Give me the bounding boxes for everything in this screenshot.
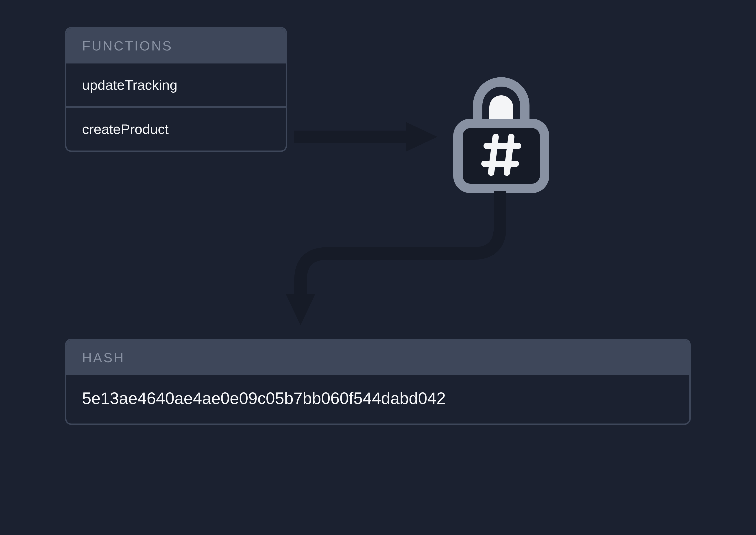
svg-line-5	[491, 137, 496, 173]
diagram-canvas: FUNCTIONS updateTracking createProduct	[0, 0, 756, 535]
hash-panel-header: HASH	[67, 340, 689, 375]
hash-value: 5e13ae4640ae4ae0e09c05b7bb060f544dabd042	[67, 375, 689, 424]
function-name: updateTracking	[82, 77, 177, 93]
function-name: createProduct	[82, 121, 169, 137]
function-row: createProduct	[67, 108, 286, 151]
function-row: updateTracking	[67, 64, 286, 108]
functions-panel-header: FUNCTIONS	[67, 28, 286, 64]
hash-panel: HASH 5e13ae4640ae4ae0e09c05b7bb060f544da…	[65, 339, 691, 425]
arrow-functions-to-hash-icon	[294, 119, 437, 155]
svg-rect-2	[458, 124, 545, 188]
arrow-hash-icon-to-hash-panel	[283, 186, 518, 325]
lock-hash-icon	[451, 67, 552, 193]
svg-line-6	[507, 137, 511, 173]
functions-panel: FUNCTIONS updateTracking createProduct	[65, 27, 287, 152]
svg-marker-1	[406, 122, 437, 152]
functions-title: FUNCTIONS	[82, 38, 270, 54]
hash-title: HASH	[82, 350, 674, 365]
svg-marker-7	[286, 294, 315, 325]
